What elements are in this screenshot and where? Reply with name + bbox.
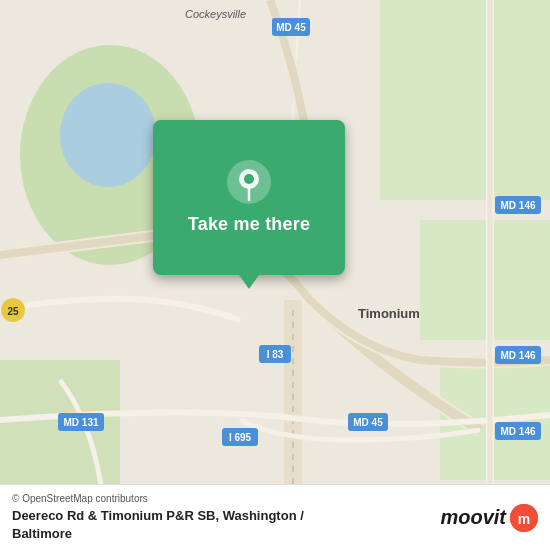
moovit-logo: moovit m (440, 504, 538, 532)
location-name2: Baltimore (12, 526, 72, 541)
svg-text:MD 146: MD 146 (500, 350, 535, 361)
osm-credit: © OpenStreetMap contributors (12, 493, 304, 504)
svg-text:m: m (518, 511, 530, 527)
take-me-there-label: Take me there (188, 214, 310, 235)
location-name: Deereco Rd & Timonium P&R SB, Washington… (12, 508, 304, 523)
svg-rect-4 (420, 220, 550, 340)
svg-text:MD 45: MD 45 (276, 22, 306, 33)
svg-text:MD 146: MD 146 (500, 200, 535, 211)
map-background: Cockeysville Timonium MD 45 I 83 I 83 MD… (0, 0, 550, 550)
moovit-logo-text: moovit (440, 506, 506, 529)
svg-text:Cockeysville: Cockeysville (185, 8, 246, 20)
svg-rect-3 (380, 0, 550, 200)
svg-text:25: 25 (7, 306, 19, 317)
location-pin-icon (227, 160, 271, 204)
svg-point-37 (244, 174, 254, 184)
svg-text:MD 146: MD 146 (500, 426, 535, 437)
take-me-there-button[interactable]: Take me there (153, 120, 345, 275)
location-name-block: Deereco Rd & Timonium P&R SB, Washington… (12, 506, 304, 542)
svg-text:Timonium: Timonium (358, 306, 420, 321)
svg-text:I 83: I 83 (267, 349, 284, 360)
location-info: © OpenStreetMap contributors Deereco Rd … (12, 493, 304, 542)
svg-point-2 (60, 83, 156, 187)
svg-text:MD 45: MD 45 (353, 417, 383, 428)
bottom-bar: © OpenStreetMap contributors Deereco Rd … (0, 484, 550, 550)
svg-text:I 695: I 695 (229, 432, 252, 443)
svg-text:MD 131: MD 131 (63, 417, 98, 428)
map-container: Cockeysville Timonium MD 45 I 83 I 83 MD… (0, 0, 550, 550)
moovit-dot-icon: m (510, 504, 538, 532)
